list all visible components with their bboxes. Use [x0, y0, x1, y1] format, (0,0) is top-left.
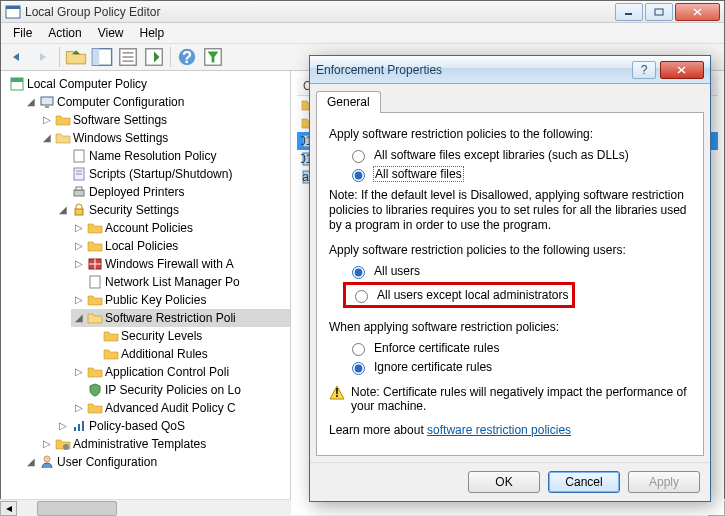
tree-label: Policy-based QoS [89, 417, 185, 435]
expand-icon[interactable]: ▷ [73, 291, 85, 309]
svg-text:?: ? [182, 48, 192, 66]
folder-open-icon [55, 130, 71, 146]
svg-text:!: ! [335, 386, 339, 400]
learn-more-link[interactable]: software restriction policies [427, 423, 571, 437]
radio-files-except-libs[interactable]: All software files except libraries (suc… [347, 147, 691, 163]
forward-button[interactable] [31, 45, 55, 69]
svg-point-40 [44, 456, 50, 462]
radio-label: All users except local administrators [377, 288, 568, 302]
show-hide-tree-button[interactable] [90, 45, 114, 69]
tree-label: Windows Firewall with A [105, 255, 234, 273]
scroll-left-icon[interactable]: ◂ [1, 501, 17, 516]
expand-icon[interactable]: ▷ [73, 363, 85, 381]
back-button[interactable] [5, 45, 29, 69]
collapse-icon[interactable]: ◢ [41, 129, 53, 147]
radio-all-files[interactable]: All software files [347, 166, 691, 182]
radio-input[interactable] [352, 150, 365, 163]
radio-input[interactable] [352, 362, 365, 375]
enforcement-properties-dialog: Enforcement Properties ? General Apply s… [309, 55, 711, 502]
computer-icon [39, 94, 55, 110]
filter-button[interactable] [201, 45, 225, 69]
tree-windows-settings[interactable]: ◢Windows Settings [39, 129, 290, 147]
tree-security-levels[interactable]: Security Levels [87, 327, 290, 345]
tab-general[interactable]: General [316, 91, 381, 113]
up-button[interactable] [64, 45, 88, 69]
collapse-icon[interactable]: ◢ [57, 201, 69, 219]
folder-icon [103, 346, 119, 362]
window-title: Local Group Policy Editor [25, 5, 613, 19]
expand-icon[interactable]: ▷ [41, 111, 53, 129]
tree-admin-templates[interactable]: ▷Administrative Templates [39, 435, 290, 453]
expand-icon[interactable]: ▷ [73, 237, 85, 255]
console-tree[interactable]: Local Computer Policy ◢Computer Configur… [1, 71, 291, 515]
user-icon [39, 454, 55, 470]
expand-icon[interactable]: ▷ [41, 435, 53, 453]
expand-icon[interactable]: ▷ [57, 417, 69, 435]
apply-button[interactable]: Apply [628, 471, 700, 493]
tree-name-resolution[interactable]: Name Resolution Policy [55, 147, 290, 165]
collapse-icon[interactable]: ◢ [73, 309, 85, 327]
menu-file[interactable]: File [5, 24, 40, 42]
tree-local-policies[interactable]: ▷Local Policies [71, 237, 290, 255]
tree-qos[interactable]: ▷Policy-based QoS [55, 417, 290, 435]
folder-icon [55, 436, 71, 452]
tree-deployed-printers[interactable]: Deployed Printers [55, 183, 290, 201]
tree-label: Security Levels [121, 327, 202, 345]
expand-icon[interactable]: ▷ [73, 255, 85, 273]
tree-computer-config[interactable]: ◢Computer Configuration [23, 93, 290, 111]
folder-icon [55, 112, 71, 128]
dialog-help-button[interactable]: ? [632, 61, 656, 79]
learn-more: Learn more about software restriction po… [329, 423, 691, 437]
dialog-button-row: OK Cancel Apply [310, 462, 710, 501]
shield-icon [87, 382, 103, 398]
radio-ignore-cert[interactable]: Ignore certificate rules [347, 359, 691, 375]
maximize-button[interactable] [645, 3, 673, 21]
tree-label: Software Restriction Poli [105, 309, 236, 327]
tree-additional-rules[interactable]: Additional Rules [87, 345, 290, 363]
tree-app-control[interactable]: ▷Application Control Poli [71, 363, 290, 381]
cancel-button[interactable]: Cancel [548, 471, 620, 493]
radio-input[interactable] [355, 290, 368, 303]
properties-button[interactable] [116, 45, 140, 69]
menu-action[interactable]: Action [40, 24, 89, 42]
collapse-icon[interactable]: ◢ [25, 453, 37, 471]
tree-scripts[interactable]: Scripts (Startup/Shutdown) [55, 165, 290, 183]
tree-label: Account Policies [105, 219, 193, 237]
radio-input[interactable] [352, 266, 365, 279]
export-button[interactable] [142, 45, 166, 69]
minimize-button[interactable] [615, 3, 643, 21]
scroll-thumb[interactable] [37, 501, 117, 516]
tree-account-policies[interactable]: ▷Account Policies [71, 219, 290, 237]
tree-adv-audit[interactable]: ▷Advanced Audit Policy C [71, 399, 290, 417]
tree-label: Administrative Templates [73, 435, 206, 453]
expand-icon[interactable]: ▷ [73, 399, 85, 417]
tree-label: Network List Manager Po [105, 273, 240, 291]
close-button[interactable] [675, 3, 720, 21]
tree-software-settings[interactable]: ▷Software Settings [39, 111, 290, 129]
tree-security-settings[interactable]: ◢Security Settings [55, 201, 290, 219]
tree-software-restriction[interactable]: ◢Software Restriction Poli [71, 309, 290, 327]
radio-enforce-cert[interactable]: Enforce certificate rules [347, 340, 691, 356]
dialog-close-button[interactable] [660, 61, 704, 79]
tree-root[interactable]: Local Computer Policy [7, 75, 290, 93]
tree-network-list[interactable]: Network List Manager Po [71, 273, 290, 291]
tree-ipsec[interactable]: IP Security Policies on Lo [71, 381, 290, 399]
help-button[interactable]: ? [175, 45, 199, 69]
firewall-icon [87, 256, 103, 272]
expand-icon[interactable]: ▷ [73, 219, 85, 237]
folder-open-icon [87, 310, 103, 326]
menu-view[interactable]: View [90, 24, 132, 42]
tree-firewall[interactable]: ▷Windows Firewall with A [71, 255, 290, 273]
tree-public-key[interactable]: ▷Public Key Policies [71, 291, 290, 309]
svg-rect-25 [74, 150, 84, 162]
ok-button[interactable]: OK [468, 471, 540, 493]
radio-input[interactable] [352, 169, 365, 182]
radio-all-users[interactable]: All users [347, 263, 691, 279]
tree-user-config[interactable]: ◢User Configuration [23, 453, 290, 471]
radio-input[interactable] [352, 343, 365, 356]
collapse-icon[interactable]: ◢ [25, 93, 37, 111]
menu-help[interactable]: Help [132, 24, 173, 42]
tree-label: Local Computer Policy [27, 75, 147, 93]
tree-horizontal-scrollbar[interactable]: ◂ ▸ [1, 499, 291, 515]
group-files-label: Apply software restriction policies to t… [329, 127, 691, 141]
